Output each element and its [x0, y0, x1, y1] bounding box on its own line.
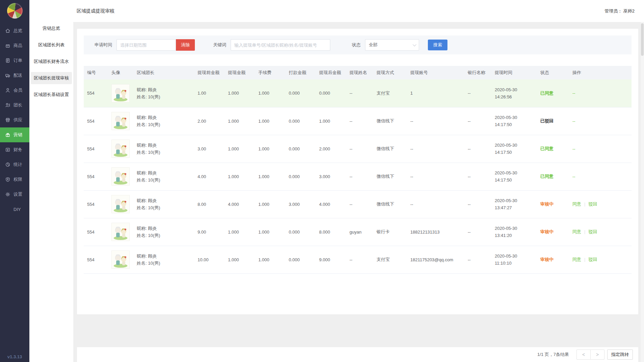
- chevron-left-icon: <: [582, 352, 585, 357]
- cell-time: 2020-05-3014:26:56: [491, 79, 537, 107]
- sidebar-item-delivery[interactable]: 配送: [0, 68, 29, 83]
- cell-fee: 1.000: [255, 107, 285, 135]
- cell-fee: 1.000: [255, 190, 285, 218]
- agree-link[interactable]: 同意: [572, 229, 581, 234]
- sidebar-item-members[interactable]: 会员: [0, 83, 29, 98]
- sidebar-item-label: 配送: [14, 72, 22, 78]
- column-header: 状态: [537, 66, 569, 79]
- no-icon: [5, 207, 10, 212]
- agree-link[interactable]: 同意: [572, 257, 581, 262]
- cell-leader: 昵称: 顾炎姓名: 10(男): [133, 135, 194, 163]
- table-header-row: 编号头像区域团长提现前金额提现金额手续费打款金额提现后金额提现姓名提现方式提现账…: [84, 66, 632, 79]
- delivery-icon: [5, 73, 10, 78]
- shield-icon: [5, 177, 10, 182]
- cell-leader: 昵称: 顾炎姓名: 10(男): [133, 107, 194, 135]
- table-row: 554昵称: 顾炎姓名: 10(男)8.004.0001.0003.0004.0…: [84, 190, 632, 218]
- clear-button[interactable]: 清除: [176, 39, 195, 51]
- reject-link[interactable]: 驳回: [588, 229, 597, 234]
- cell-account: --: [407, 163, 464, 190]
- column-header: 操作: [569, 66, 632, 79]
- sidebar-item-orders[interactable]: 订单: [0, 53, 29, 68]
- status-select[interactable]: 全部: [365, 39, 419, 51]
- finance-icon: [5, 147, 10, 152]
- chevron-right-icon: >: [596, 352, 599, 357]
- sidebar-item-finance[interactable]: 财务: [0, 142, 29, 157]
- status-badge: 审核中: [540, 229, 553, 234]
- cell-payee: guyan: [346, 218, 373, 246]
- sidebar-item-diy[interactable]: DIY: [0, 202, 29, 217]
- sidebar-item-stats[interactable]: 统计: [0, 157, 29, 172]
- cell-amount: 1.000: [225, 218, 255, 246]
- cell-method: 微信线下: [373, 163, 407, 190]
- column-header: 提现前金额: [194, 66, 225, 79]
- reject-link[interactable]: 驳回: [588, 201, 597, 207]
- cell-method: 银行卡: [373, 218, 407, 246]
- cell-id: 554: [84, 246, 108, 273]
- reject-link[interactable]: 驳回: [588, 257, 597, 262]
- search-button[interactable]: 搜索: [428, 40, 447, 50]
- avatar[interactable]: [111, 167, 130, 186]
- cell-ops: --: [569, 135, 632, 163]
- cell-account: --: [407, 190, 464, 218]
- next-page-button[interactable]: >: [590, 349, 604, 360]
- sidebar-item-label: 设置: [14, 191, 22, 197]
- avatar[interactable]: [111, 223, 130, 241]
- sidebar-item-label: DIY: [14, 207, 21, 212]
- table-row: 554昵称: 顾炎姓名: 10(男)4.001.0001.0000.0003.0…: [84, 163, 632, 190]
- cell-bank: --: [464, 107, 491, 135]
- cell-after-amount: 9.000: [316, 246, 346, 273]
- scrollbar-thumb[interactable]: [641, 23, 644, 56]
- cell-amount: 1.000: [225, 163, 255, 190]
- submenu-item-leader-list[interactable]: 区域团长列表: [35, 39, 68, 51]
- cell-avatar: [108, 246, 133, 273]
- home-icon: [5, 28, 10, 33]
- agree-link[interactable]: 同意: [572, 201, 581, 207]
- app-version: v1.3.13: [0, 354, 29, 359]
- sidebar-item-leader[interactable]: 团长: [0, 98, 29, 113]
- cell-payout: 0.000: [285, 107, 316, 135]
- cell-id: 554: [84, 135, 108, 163]
- avatar[interactable]: [111, 84, 130, 102]
- cell-account: 1821175203@qq.com: [407, 246, 464, 273]
- admin-name[interactable]: 巫师2: [623, 8, 635, 14]
- sidebar-item-supply[interactable]: 供应: [0, 113, 29, 127]
- submenu-item-leader-basic-settings[interactable]: 区域团长基础设置: [31, 89, 72, 101]
- sidebar-item-settings[interactable]: 设置: [0, 187, 29, 202]
- cell-payout: 0.000: [285, 79, 316, 107]
- cell-status: 已同意: [537, 79, 569, 107]
- cell-avatar: [108, 107, 133, 135]
- sidebar-item-label: 供应: [14, 117, 22, 123]
- prev-page-button[interactable]: <: [576, 349, 591, 360]
- date-range-input[interactable]: [117, 39, 176, 51]
- avatar[interactable]: [111, 140, 130, 158]
- cell-payee: --: [346, 190, 373, 218]
- submenu-item-marketing-overview[interactable]: 营销总览: [40, 22, 63, 34]
- topbar: 区域提成提现审核 管理员： 巫师2: [73, 0, 644, 22]
- app-logo[interactable]: [7, 3, 23, 19]
- submenu-item-leader-withdraw-review[interactable]: 区域团长提现审核: [31, 72, 72, 84]
- cell-status: 审核中: [537, 218, 569, 246]
- submenu-item-leader-finance-flow[interactable]: 区域团长财务流水: [31, 55, 72, 68]
- cell-method: 微信线下: [373, 135, 407, 163]
- cell-after-amount: 0.000: [316, 79, 346, 107]
- avatar[interactable]: [111, 250, 130, 269]
- cell-fee: 1.000: [255, 218, 285, 246]
- status-badge: 已同意: [540, 174, 553, 179]
- orders-icon: [5, 58, 10, 63]
- status-label: 状态: [352, 42, 361, 48]
- keyword-input[interactable]: [231, 39, 330, 51]
- sidebar-item-overview[interactable]: 总览: [0, 23, 29, 38]
- avatar[interactable]: [111, 112, 130, 130]
- sidebar: 总览商品订单配送会员团长供应营销财务统计权限设置DIY v1.3.13: [0, 0, 29, 362]
- cell-payee: --: [346, 246, 373, 273]
- avatar[interactable]: [111, 195, 130, 213]
- column-header: 银行名称: [464, 66, 491, 79]
- jump-button[interactable]: 指定跳转: [607, 349, 633, 360]
- sidebar-item-permission[interactable]: 权限: [0, 172, 29, 187]
- column-header: 提现账号: [407, 66, 464, 79]
- sidebar-item-goods[interactable]: 商品: [0, 38, 29, 53]
- supply-icon: [5, 117, 10, 123]
- sidebar-item-label: 商品: [14, 43, 22, 49]
- scrollbar[interactable]: [641, 22, 644, 362]
- sidebar-item-marketing[interactable]: 营销: [0, 127, 29, 142]
